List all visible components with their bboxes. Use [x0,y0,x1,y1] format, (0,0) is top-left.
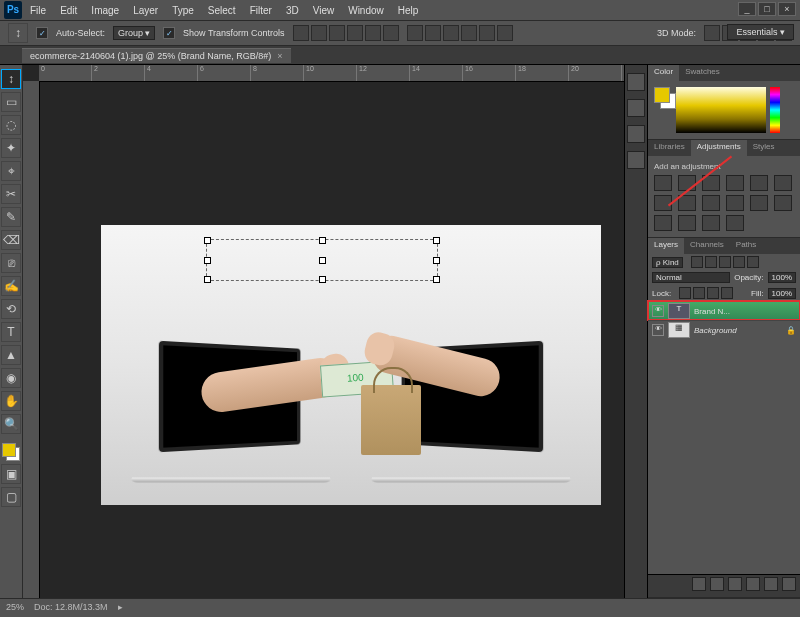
crop-tool[interactable]: ⌖ [1,161,21,181]
history-panel-icon[interactable] [627,73,645,91]
properties-panel-icon[interactable] [627,99,645,117]
type-tool[interactable]: T [1,322,21,342]
eraser-tool[interactable]: ⟲ [1,299,21,319]
adjustment-presets-row2[interactable] [654,195,794,211]
menu-view[interactable]: View [313,5,335,16]
distribute-icons[interactable] [407,25,513,41]
align-icons[interactable] [293,25,399,41]
magic-wand-tool[interactable]: ✦ [1,138,21,158]
app-logo: Ps [4,1,22,19]
menu-select[interactable]: Select [208,5,236,16]
menu-layer[interactable]: Layer [133,5,158,16]
layer-mask-icon[interactable] [728,577,742,591]
close-tab-icon[interactable]: × [277,51,282,61]
auto-select-checkbox[interactable]: ✓ [36,27,48,39]
fill-label: Fill: [751,289,763,298]
maximize-button[interactable]: □ [758,2,776,16]
adjustments-title: Add an adjustment [654,162,794,171]
layer-thumb-text-icon: T [668,303,690,319]
menu-window[interactable]: Window [348,5,384,16]
paragraph-panel-icon[interactable] [627,151,645,169]
right-panels: Color Swatches Libraries Adjustments Sty… [648,65,800,598]
fill-value[interactable]: 100% [768,288,796,299]
doc-size[interactable]: Doc: 12.8M/13.3M [34,602,108,612]
blend-mode-dropdown[interactable]: Normal [652,272,730,283]
history-brush-tool[interactable]: ✍ [1,276,21,296]
zoom-level[interactable]: 25% [6,602,24,612]
tab-layers[interactable]: Layers [648,238,684,254]
menu-edit[interactable]: Edit [60,5,77,16]
document-tab[interactable]: ecommerce-2140604 (1).jpg @ 25% (Brand N… [22,48,291,63]
adjustments-panel: Libraries Adjustments Styles Add an adju… [648,140,800,238]
menu-filter[interactable]: Filter [250,5,272,16]
tab-channels[interactable]: Channels [684,238,730,254]
menu-file[interactable]: File [30,5,46,16]
layer-text-brandname[interactable]: 👁 T Brand N... [648,301,800,320]
new-layer-icon[interactable] [764,577,778,591]
visibility-toggle[interactable]: 👁 [652,324,664,336]
workspace-switcher[interactable]: Essentials ▾ [727,24,794,40]
window-controls: _ □ × [738,2,796,16]
color-swatch[interactable] [654,87,672,105]
marquee-tool[interactable]: ▭ [1,92,21,112]
hand-tool[interactable]: ✋ [1,391,21,411]
tab-libraries[interactable]: Libraries [648,140,691,156]
opacity-value[interactable]: 100% [768,272,796,283]
lasso-tool[interactable]: ◌ [1,115,21,135]
menu-3d[interactable]: 3D [286,5,299,16]
delete-layer-icon[interactable] [782,577,796,591]
collapsed-panels [624,65,648,598]
document-canvas[interactable] [101,225,601,505]
lock-icons[interactable] [679,287,733,299]
layer-filter-icons[interactable] [691,256,759,268]
character-panel-icon[interactable] [627,125,645,143]
layers-panel: Layers Channels Paths ρ Kind Normal Opac… [648,238,800,598]
layer-name[interactable]: Brand N... [694,307,730,316]
link-layers-icon[interactable] [692,577,706,591]
color-field[interactable] [676,87,766,133]
new-group-icon[interactable] [746,577,760,591]
tab-swatches[interactable]: Swatches [679,65,726,81]
layer-thumb-image-icon: ▦ [668,322,690,338]
lock-label: Lock: [652,289,671,298]
adjustment-presets-row1[interactable] [654,175,794,191]
layer-style-icon[interactable] [710,577,724,591]
menu-help[interactable]: Help [398,5,419,16]
shape-tool[interactable]: ◉ [1,368,21,388]
tab-adjustments[interactable]: Adjustments [691,140,747,156]
foreground-background-swatch[interactable] [2,443,20,461]
menu-type[interactable]: Type [172,5,194,16]
show-transform-label: Show Transform Controls [183,28,285,38]
zoom-tool[interactable]: 🔍 [1,414,21,434]
close-button[interactable]: × [778,2,796,16]
show-transform-checkbox[interactable]: ✓ [163,27,175,39]
move-tool[interactable]: ↕ [1,69,21,89]
3d-mode-label: 3D Mode: [657,28,696,38]
eyedropper-tool[interactable]: ✂ [1,184,21,204]
ruler-horizontal: 02468101214161820 [39,65,624,82]
ruler-vertical [23,81,40,598]
canvas-area[interactable]: 02468101214161820 [23,65,624,598]
hue-slider[interactable] [770,87,780,133]
layer-kind-filter[interactable]: ρ Kind [652,257,683,268]
menu-image[interactable]: Image [91,5,119,16]
adjustment-presets-row3[interactable] [654,215,794,231]
quickmask-toggle[interactable]: ▣ [1,464,21,484]
canvas-art-bag [361,385,421,455]
text-transform-box[interactable] [206,239,438,281]
path-tool[interactable]: ▲ [1,345,21,365]
auto-select-dropdown[interactable]: Group▾ [113,26,155,40]
screenmode-toggle[interactable]: ▢ [1,487,21,507]
auto-select-label: Auto-Select: [56,28,105,38]
brush-tool[interactable]: ⌫ [1,230,21,250]
layers-footer [648,574,800,597]
tab-color[interactable]: Color [648,65,679,81]
tab-styles[interactable]: Styles [747,140,781,156]
visibility-toggle[interactable]: 👁 [652,305,664,317]
layer-background[interactable]: 👁 ▦ Background 🔒 [648,320,800,339]
tab-paths[interactable]: Paths [730,238,762,254]
layer-name[interactable]: Background [694,326,737,335]
stamp-tool[interactable]: ⎚ [1,253,21,273]
minimize-button[interactable]: _ [738,2,756,16]
healing-tool[interactable]: ✎ [1,207,21,227]
